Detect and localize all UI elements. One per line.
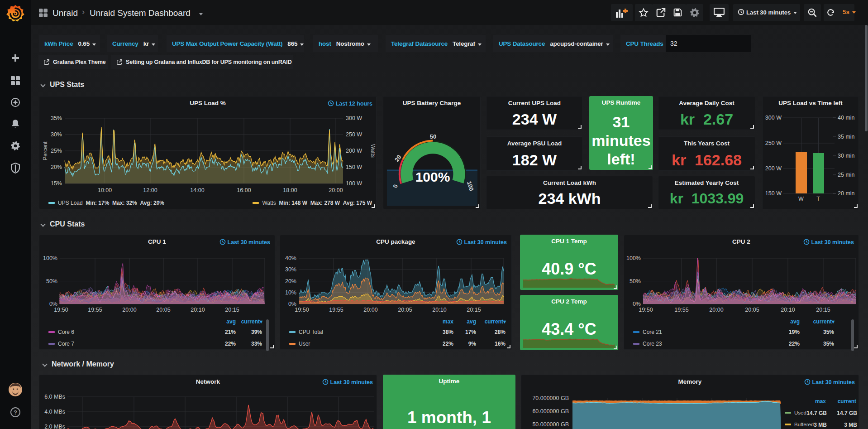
svg-text:19:55: 19:55 [674,307,688,313]
svg-text:25%: 25% [51,148,62,154]
svg-text:20:00: 20:00 [363,307,377,313]
svg-text:19:50: 19:50 [639,307,653,313]
svg-text:6.0 MBs: 6.0 MBs [44,394,65,400]
svg-text:25 min: 25 min [838,172,855,178]
svg-text:20:10: 20:10 [191,307,205,313]
svg-text:150 W: 150 W [765,190,782,197]
svg-text:W: W [798,196,804,202]
svg-text:19:50: 19:50 [54,307,68,313]
svg-text:30%: 30% [51,131,62,138]
svg-text:?: ? [14,409,17,416]
svg-text:0%: 0% [49,301,57,307]
svg-text:20:00: 20:00 [122,307,136,313]
svg-text:20:05: 20:05 [745,307,759,313]
svg-text:15%: 15% [51,180,62,187]
svg-text:20:15: 20:15 [467,307,481,313]
svg-text:50: 50 [430,133,436,140]
svg-text:20:05: 20:05 [156,307,170,313]
svg-text:20:15: 20:15 [225,307,239,313]
svg-text:100%: 100% [626,255,641,261]
svg-text:250 W: 250 W [346,131,362,138]
svg-text:Watts: Watts [370,144,376,158]
svg-text:150 W: 150 W [346,164,362,170]
svg-text:16:00: 16:00 [237,187,251,193]
svg-text:20:10: 20:10 [432,307,446,313]
svg-text:20%: 20% [285,278,296,284]
svg-text:2.0 MBs: 2.0 MBs [44,424,65,429]
svg-text:20:15: 20:15 [816,307,830,313]
svg-text:12:00: 12:00 [143,187,157,193]
svg-text:35%: 35% [51,115,62,121]
svg-text:T: T [816,196,820,202]
svg-text:300 W: 300 W [346,115,362,121]
svg-text:35 min: 35 min [838,134,855,140]
svg-text:40%: 40% [285,255,296,261]
svg-text:50%: 50% [630,278,641,284]
svg-text:200 W: 200 W [346,148,362,154]
svg-text:100%: 100% [43,255,57,261]
svg-text:20:00: 20:00 [709,307,723,313]
svg-text:50.000000 GB: 50.000000 GB [532,421,569,428]
svg-text:10%: 10% [285,289,296,296]
svg-text:Percent: Percent [42,141,48,160]
svg-text:200 W: 200 W [765,165,782,172]
svg-text:60.000000 GB: 60.000000 GB [532,408,569,415]
svg-text:18:00: 18:00 [283,187,297,193]
svg-text:20%: 20% [51,164,62,170]
svg-text:40 min: 40 min [838,115,855,121]
svg-text:0%: 0% [288,301,296,307]
svg-text:30 min: 30 min [838,153,855,159]
svg-text:19:50: 19:50 [295,307,309,313]
svg-text:20:00: 20:00 [329,187,343,193]
svg-text:19:55: 19:55 [88,307,102,313]
svg-text:10:00: 10:00 [98,187,112,193]
svg-text:250 W: 250 W [765,140,782,146]
svg-text:4.0 MBs: 4.0 MBs [44,409,65,415]
svg-text:0%: 0% [633,301,641,307]
svg-text:30%: 30% [285,266,296,273]
svg-text:100%: 100% [415,169,450,184]
svg-text:20 min: 20 min [838,190,855,197]
svg-text:14:00: 14:00 [190,187,204,193]
svg-text:50%: 50% [46,278,57,284]
svg-text:300 W: 300 W [765,115,782,121]
svg-text:100 W: 100 W [346,180,362,187]
svg-text:19:55: 19:55 [329,307,343,313]
svg-text:70.000000 GB: 70.000000 GB [532,395,569,401]
svg-text:20:10: 20:10 [781,307,795,313]
svg-text:20:05: 20:05 [398,307,412,313]
